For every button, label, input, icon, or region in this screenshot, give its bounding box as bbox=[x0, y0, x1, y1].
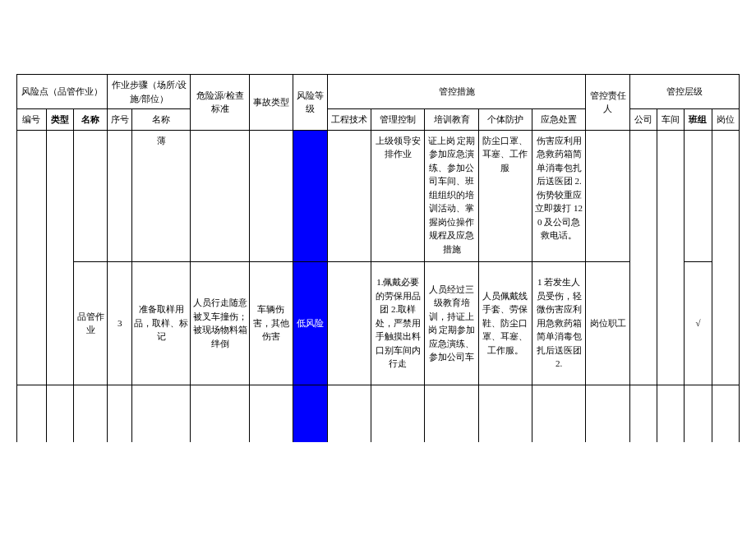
hdr-mingcheng: 名称 bbox=[73, 109, 108, 131]
cell-empty bbox=[478, 385, 532, 442]
header-row-2: 编号 类型 名称 序号 名称 工程技术 管理控制 培训教育 个体防护 应急处置 … bbox=[17, 109, 740, 131]
cell-peixun: 证上岗 定期参加应急演练、参加公司车间、班组组织的培训活动、掌握岗位操作规程及应… bbox=[425, 130, 478, 261]
hdr-leixing: 类型 bbox=[46, 109, 73, 131]
cell-empty bbox=[532, 385, 586, 442]
hdr-geti: 个体防护 bbox=[478, 109, 532, 131]
cell-leixing bbox=[46, 130, 73, 385]
hdr-buzhou: 名称 bbox=[132, 109, 191, 131]
cell-empty bbox=[191, 385, 249, 442]
cell-buzhou: 准备取样用品，取样、标记 bbox=[132, 261, 191, 385]
cell-gangwei bbox=[712, 130, 739, 385]
cell-empty bbox=[108, 385, 132, 442]
cell-xuhao: 3 bbox=[108, 261, 132, 385]
hdr-gangwei: 岗位 bbox=[712, 109, 739, 131]
cell-geti: 人员佩戴线手套、劳保鞋、防尘口罩、耳塞、工作服。 bbox=[478, 261, 532, 385]
hdr-hazard: 危险源/检查标准 bbox=[191, 75, 249, 131]
cell-yingji: 1 若发生人员受伤，轻微伤害应利用急救药箱简单消毒包扎后送医团 2. bbox=[532, 261, 586, 385]
cell-empty bbox=[685, 385, 712, 442]
cell-empty bbox=[249, 385, 293, 442]
table-row: 薄 上级领导安排作业 证上岗 定期参加应急演练、参加公司车间、班组组织的培训活动… bbox=[17, 130, 740, 261]
cell-shigu bbox=[249, 130, 293, 261]
hdr-xuhao: 序号 bbox=[108, 109, 132, 131]
cell-weixian: 人员行走随意被叉车撞伤；被现场物料箱绊倒 bbox=[191, 261, 249, 385]
cell-dengji bbox=[293, 130, 328, 261]
cell-empty bbox=[17, 385, 47, 442]
cell-empty bbox=[371, 385, 425, 442]
hdr-chejian: 车间 bbox=[657, 109, 685, 131]
hdr-risk-point: 风险点（品管作业） bbox=[17, 75, 108, 109]
cell-gongcheng bbox=[327, 130, 371, 261]
hdr-banzu: 班组 bbox=[685, 109, 712, 131]
cell-gongcheng bbox=[327, 261, 371, 385]
cell-empty bbox=[657, 385, 685, 442]
hdr-control-level: 管控层级 bbox=[629, 75, 739, 109]
cell-empty bbox=[629, 385, 657, 442]
hdr-guanli: 管理控制 bbox=[371, 109, 425, 131]
hdr-responsible: 管控责任人 bbox=[586, 75, 629, 131]
cell-empty bbox=[425, 385, 478, 442]
cell-empty bbox=[327, 385, 371, 442]
table-row-empty bbox=[17, 385, 740, 442]
cell-dengji: 低风险 bbox=[293, 261, 328, 385]
cell-guanli: 上级领导安排作业 bbox=[371, 130, 425, 261]
hdr-yingji: 应急处置 bbox=[532, 109, 586, 131]
cell-empty bbox=[712, 385, 739, 442]
cell-gongsi bbox=[629, 130, 657, 385]
cell-mingcheng: 品管作业 bbox=[73, 261, 108, 385]
hdr-risk-level: 风险等级 bbox=[293, 75, 328, 131]
hdr-gongsi: 公司 bbox=[629, 109, 657, 131]
cell-empty bbox=[132, 385, 191, 442]
cell-bianhao bbox=[17, 130, 47, 385]
hdr-bianhao: 编号 bbox=[17, 109, 47, 131]
cell-zeren: 岗位职工 bbox=[586, 261, 629, 385]
cell-yingji: 伤害应利用急救药箱简单消毒包扎后送医团 2.伤势较重应立即拨打 120 及公司急… bbox=[532, 130, 586, 261]
cell-empty bbox=[293, 385, 328, 442]
cell-zeren bbox=[586, 130, 629, 261]
cell-banzu: √ bbox=[685, 261, 712, 385]
cell-shigu: 车辆伤害，其他伤害 bbox=[249, 261, 293, 385]
cell-buzhou: 薄 bbox=[132, 130, 191, 261]
cell-banzu bbox=[685, 130, 712, 261]
cell-empty bbox=[586, 385, 629, 442]
cell-mingcheng bbox=[73, 130, 108, 261]
hdr-peixun: 培训教育 bbox=[425, 109, 478, 131]
hdr-gongcheng: 工程技术 bbox=[327, 109, 371, 131]
hdr-control-measure: 管控措施 bbox=[327, 75, 586, 109]
cell-peixun: 人员经过三级教育培训，持证上岗 定期参加应急演练、参加公司车 bbox=[425, 261, 478, 385]
header-row-1: 风险点（品管作业） 作业步骤（场所/设施/部位） 危险源/检查标准 事故类型 风… bbox=[17, 75, 740, 109]
cell-chejian bbox=[657, 130, 685, 385]
cell-empty bbox=[46, 385, 73, 442]
cell-geti: 防尘口罩、耳塞、工作服 bbox=[478, 130, 532, 261]
hdr-accident: 事故类型 bbox=[249, 75, 293, 131]
cell-guanli: 1.佩戴必要的劳保用品团 2.取样处，严禁用手触摸出料口别车间内行走 bbox=[371, 261, 425, 385]
cell-xuhao bbox=[108, 130, 132, 261]
cell-empty bbox=[73, 385, 108, 442]
risk-control-table: 风险点（品管作业） 作业步骤（场所/设施/部位） 危险源/检查标准 事故类型 风… bbox=[16, 74, 740, 442]
cell-weixian bbox=[191, 130, 249, 261]
hdr-work-step: 作业步骤（场所/设施/部位） bbox=[108, 75, 191, 109]
